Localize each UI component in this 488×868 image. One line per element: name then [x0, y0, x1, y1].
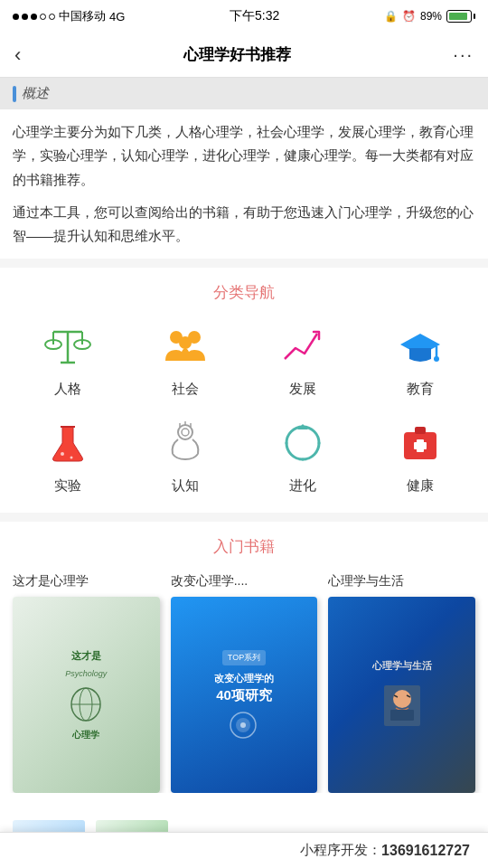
category-label-personality: 人格: [54, 381, 81, 398]
svg-point-33: [393, 690, 411, 708]
category-item-evolution[interactable]: 进化: [244, 416, 361, 495]
back-button[interactable]: ‹: [14, 43, 21, 67]
books-section-title: 入门书籍: [0, 536, 488, 557]
category-label-social: 社会: [172, 381, 199, 398]
category-label-evolution: 进化: [289, 477, 316, 495]
category-label-education: 教育: [407, 381, 434, 398]
status-bar: 中国移动 4G 下午5:32 🔒 ⏰ 89%: [0, 0, 488, 33]
svg-point-12: [434, 356, 439, 362]
category-label-cognition: 认知: [172, 477, 199, 495]
overview-paragraph2: 通过本工具，您可以查阅给出的书籍，有助于您迅速入门心理学，升级您的心智——提升认…: [13, 201, 475, 249]
category-label-development: 发展: [289, 381, 316, 398]
book-cover-2: TOP系列 改变心理学的 40项研究: [171, 597, 318, 793]
books-grid: 这才是心理学 这才是 Psychology 心理学: [0, 573, 488, 793]
book-cover-1: 这才是 Psychology 心理学: [13, 597, 160, 793]
footer-prefix: 小程序开发：: [300, 842, 381, 859]
battery-label: 89%: [420, 10, 442, 23]
scales-icon: [41, 319, 95, 373]
footer-banner: 小程序开发： 13691612727: [0, 832, 488, 868]
overview-section: 概述 心理学主要分为如下几类，人格心理学，社会心理学，发展心理学，教育心理学，实…: [0, 78, 488, 259]
dot4: [40, 14, 46, 20]
category-item-health[interactable]: 健康: [361, 416, 479, 495]
category-item-development[interactable]: 发展: [244, 319, 361, 398]
category-item-cognition[interactable]: 认知: [127, 416, 244, 495]
svg-rect-23: [415, 427, 426, 434]
more-button[interactable]: ···: [453, 44, 474, 65]
category-label-health: 健康: [407, 477, 434, 495]
category-section-title: 分类导航: [0, 282, 488, 303]
dot2: [22, 14, 28, 20]
svg-point-16: [178, 425, 192, 439]
overview-content: 心理学主要分为如下几类，人格心理学，社会心理学，发展心理学，教育心理学，实验心理…: [0, 109, 488, 259]
carrier-label: 中国移动: [59, 8, 106, 24]
category-item-social[interactable]: 社会: [127, 319, 244, 398]
signal-dots: [13, 14, 55, 20]
battery-indicator: [446, 10, 475, 23]
brain-icon: [158, 416, 212, 470]
page-title: 心理学好书推荐: [183, 44, 291, 65]
status-left: 中国移动 4G: [13, 8, 125, 24]
category-item-experiment[interactable]: 实验: [9, 416, 127, 495]
book-title-3: 心理学与生活: [328, 573, 475, 590]
book-item-2[interactable]: 改变心理学.... TOP系列 改变心理学的 40项研究: [171, 573, 318, 793]
category-section: 分类导航 人格: [0, 268, 488, 513]
category-item-personality[interactable]: 人格: [9, 319, 127, 398]
dot5: [49, 14, 55, 20]
category-grid: 人格 社会 发展: [0, 319, 488, 495]
trend-icon: [276, 319, 330, 373]
dot3: [31, 14, 37, 20]
health-icon: [393, 416, 447, 470]
book-item-3[interactable]: 心理学与生活 心理学与生活: [328, 573, 475, 793]
status-right: 🔒 ⏰ 89%: [384, 10, 475, 23]
dot1: [13, 14, 19, 20]
svg-point-17: [182, 429, 189, 436]
book-cover-3: 心理学与生活: [328, 597, 475, 793]
overview-paragraph1: 心理学主要分为如下几类，人格心理学，社会心理学，发展心理学，教育心理学，实验心理…: [13, 120, 475, 192]
flask-icon: [41, 416, 95, 470]
category-label-experiment: 实验: [54, 477, 81, 495]
svg-point-15: [70, 457, 73, 459]
footer-phone: 13691612727: [381, 843, 470, 859]
people-icon: [158, 319, 212, 373]
nav-bar: ‹ 心理学好书推荐 ···: [0, 33, 488, 78]
svg-point-14: [61, 452, 64, 456]
time-label: 下午5:32: [230, 8, 279, 24]
overview-header: 概述: [0, 78, 488, 109]
evolution-icon: [276, 416, 330, 470]
svg-rect-34: [390, 710, 414, 721]
network-label: 4G: [109, 10, 125, 24]
book-item-1[interactable]: 这才是心理学 这才是 Psychology 心理学: [13, 573, 160, 793]
overview-bar-accent: [13, 86, 16, 102]
svg-rect-25: [414, 442, 427, 449]
book-title-1: 这才是心理学: [13, 573, 160, 590]
book-title-2: 改变心理学....: [171, 573, 318, 590]
alarm-icon: ⏰: [402, 10, 416, 23]
category-item-education[interactable]: 教育: [361, 319, 479, 398]
svg-point-31: [240, 722, 246, 728]
svg-point-9: [179, 336, 192, 349]
overview-title: 概述: [22, 85, 49, 102]
books-section: 入门书籍 这才是心理学 这才是 Psychology 心理学: [0, 522, 488, 811]
graduation-icon: [393, 319, 447, 373]
lock-icon: 🔒: [384, 10, 398, 23]
